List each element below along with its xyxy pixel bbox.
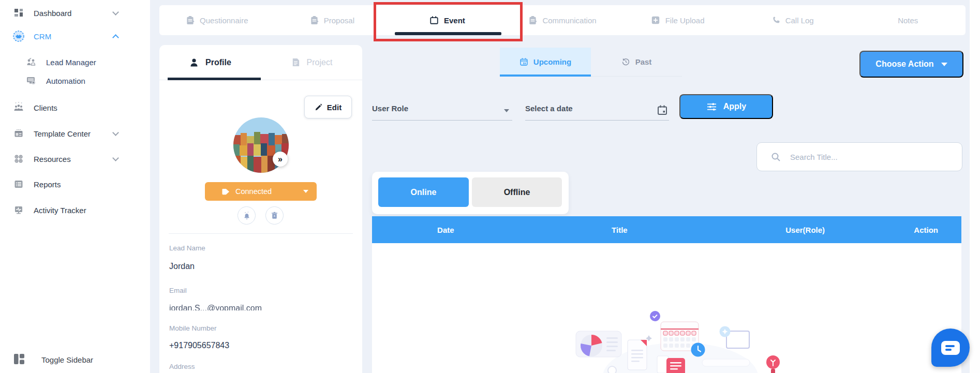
svg-text:*: * [18, 102, 19, 105]
sidebar-item-label: Template Center [34, 129, 91, 138]
crm-handshake-icon [12, 30, 25, 42]
tab-past[interactable]: Past [591, 48, 682, 76]
sidebar-item-reports[interactable]: Reports [12, 177, 137, 191]
tab-label: Notes [898, 16, 918, 25]
tab-event[interactable]: Event [390, 5, 505, 35]
events-table-header: Date Title User(Role) Action [372, 216, 961, 243]
trash-icon [270, 211, 279, 220]
calendar-icon [657, 105, 668, 117]
edit-button[interactable]: Edit [304, 96, 352, 118]
offline-toggle-button[interactable]: Offline [472, 177, 562, 207]
tab-label: Questionnaire [200, 16, 248, 25]
plus-square-icon [651, 16, 660, 25]
tab-questionnaire[interactable]: Questionnaire [159, 5, 275, 35]
calendar-forward-icon [519, 57, 528, 66]
chevron-down-icon [941, 63, 947, 66]
apply-filters-button[interactable]: Apply [679, 94, 773, 119]
chevron-down-icon [112, 9, 119, 16]
tab-communication[interactable]: Communication [505, 5, 620, 35]
active-tab-underline [168, 78, 261, 80]
sidebar-item-label: Clients [34, 103, 57, 112]
template-center-icon [12, 127, 25, 140]
person-icon [189, 57, 199, 68]
sidebar-item-label: Lead Manager [46, 58, 96, 67]
tab-call-log[interactable]: Call Log [735, 5, 851, 35]
event-mode-card: Online Offline [372, 172, 569, 214]
toggle-sidebar-button[interactable]: Toggle Sidebar [12, 352, 93, 367]
chevron-down-icon [504, 109, 509, 112]
tab-file-upload[interactable]: File Upload [620, 5, 735, 35]
right-edge-strip [970, 0, 980, 373]
resources-icon [12, 153, 25, 165]
tab-proposal[interactable]: Proposal [275, 5, 390, 35]
status-label: Connected [235, 187, 272, 196]
search-icon [771, 152, 781, 162]
chat-widget-button[interactable] [931, 329, 970, 367]
calendar-icon [429, 16, 439, 25]
clipboard-icon [310, 16, 319, 25]
column-header-title: Title [519, 226, 720, 234]
dashboard-icon [12, 7, 25, 19]
chevron-down-icon [303, 190, 308, 193]
sidebar-item-lead-manager[interactable]: Lead Manager [25, 55, 128, 69]
sidebar-item-label: CRM [34, 32, 51, 41]
clients-icon: *** [12, 101, 25, 114]
tab-notes[interactable]: Notes [850, 5, 966, 35]
date-placeholder: Select a date [525, 104, 573, 113]
lead-status-dropdown[interactable]: Connected [205, 182, 317, 201]
sidebar-item-activity-tracker[interactable]: Activity Tracker [12, 203, 137, 217]
tab-label: Project [307, 58, 333, 67]
event-period-tabs: Upcoming Past [500, 48, 682, 77]
user-role-select[interactable]: User Role [372, 104, 512, 121]
sidebar-item-resources[interactable]: Resources [12, 152, 137, 166]
edit-label: Edit [327, 103, 341, 112]
svg-text:z: z [245, 211, 246, 214]
search-title-input[interactable] [756, 142, 962, 171]
toggle-sidebar-icon [12, 352, 26, 367]
activity-tracker-icon [12, 204, 25, 216]
tab-label: Call Log [785, 16, 814, 25]
search-title-box [756, 142, 962, 171]
sidebar-item-clients[interactable]: *** Clients [12, 101, 137, 114]
date-picker-field[interactable]: Select a date [525, 104, 669, 121]
choose-action-button[interactable]: Choose Action [859, 51, 963, 78]
clipboard-icon [528, 16, 537, 25]
empty-state-illustration [568, 304, 785, 373]
delete-lead-button[interactable] [265, 206, 284, 225]
tab-profile[interactable]: Profile [159, 45, 261, 80]
address-label: Address [169, 363, 195, 370]
lead-name-label: Lead Name [169, 244, 205, 252]
tab-label: File Upload [665, 16, 705, 25]
snooze-notification-button[interactable]: zz [237, 206, 256, 225]
events-table-body [372, 243, 961, 373]
sidebar-item-dashboard[interactable]: Dashboard [12, 6, 137, 20]
phone-icon [772, 16, 780, 24]
chat-bubble-icon [941, 341, 960, 355]
lead-manager-icon [25, 56, 37, 68]
column-header-user-role: User(Role) [720, 226, 890, 234]
sidebar-item-label: Reports [34, 180, 61, 189]
apply-label: Apply [723, 102, 746, 111]
svg-text:*: * [16, 102, 17, 105]
online-toggle-button[interactable]: Online [378, 177, 469, 207]
sidebar-item-automation[interactable]: Automation [25, 74, 128, 87]
tab-upcoming[interactable]: Upcoming [500, 48, 591, 76]
sidebar-item-label: Resources [34, 155, 71, 163]
clipboard-icon [186, 16, 195, 25]
divider [169, 233, 353, 234]
sidebar-item-crm[interactable]: CRM [12, 29, 137, 43]
sidebar-item-template-center[interactable]: Template Center [12, 127, 137, 140]
email-label: Email [169, 287, 187, 294]
lead-detail-tabbar: Questionnaire Proposal Event Communicati… [159, 5, 966, 35]
tab-label: Profile [205, 58, 231, 67]
avatar-next-button[interactable]: » [273, 152, 288, 167]
automation-icon [25, 74, 37, 87]
tab-label: Proposal [324, 16, 354, 25]
mobile-number-value: +917905657843 [169, 341, 229, 350]
tab-project[interactable]: Project [261, 45, 362, 80]
tab-label: Communication [542, 16, 596, 25]
history-icon [621, 57, 630, 66]
svg-text:z: z [247, 211, 248, 213]
lead-name-value: Jordan [169, 262, 195, 271]
sliders-icon [706, 102, 717, 112]
